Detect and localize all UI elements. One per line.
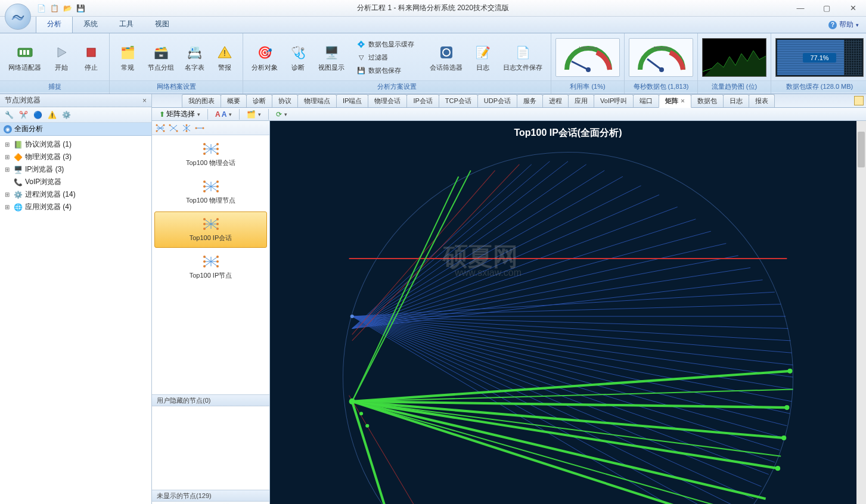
tree-item-physical[interactable]: ⊞🔶物理浏览器 (3) xyxy=(1,151,150,163)
tab-tcp-session[interactable]: TCP会话 xyxy=(439,94,478,107)
tab-mychart[interactable]: 我的图表 xyxy=(182,94,221,107)
tab-options-button[interactable] xyxy=(854,96,864,105)
tab-udp-session[interactable]: UDP会话 xyxy=(477,94,517,107)
mp-tb-2[interactable] xyxy=(169,123,178,133)
packet-save-button[interactable]: 💾数据包保存 xyxy=(353,65,418,77)
svg-line-100 xyxy=(352,244,727,329)
new-icon[interactable]: 📄 xyxy=(36,3,46,14)
tab-report[interactable]: 报表 xyxy=(749,94,775,107)
matrix-item-ip-node[interactable]: Top100 IP节点 xyxy=(154,249,267,285)
ribbon-group-utilization: Utilization 利用率 (1%) xyxy=(551,33,625,94)
trend-chart xyxy=(702,38,766,77)
tab-packets[interactable]: 数据包 xyxy=(691,94,724,107)
tab-voip[interactable]: VoIP呼叫 xyxy=(594,94,634,107)
mp-tb-3[interactable] xyxy=(182,123,191,133)
tb-icon-4[interactable]: ⚠️ xyxy=(46,110,57,120)
notshown-nodes-header[interactable]: 未显示的节点(129) xyxy=(152,490,269,502)
minimize-button[interactable]: — xyxy=(787,1,814,15)
svg-point-26 xyxy=(176,130,178,132)
sidebar-close-icon[interactable]: × xyxy=(142,97,147,105)
name-table-button[interactable]: 📇名字表 xyxy=(180,41,209,74)
matrix-item-ip-session[interactable]: Top100 IP会话 xyxy=(154,211,267,248)
mp-tb-1[interactable] xyxy=(156,123,165,133)
viz-scrollbar[interactable] xyxy=(856,121,866,504)
matrix-item-phys-session[interactable]: Top100 物理会话 xyxy=(154,136,267,173)
matrix-item-phys-node[interactable]: Top100 物理节点 xyxy=(154,174,267,210)
refresh-dropdown[interactable]: ⟳ xyxy=(274,109,290,120)
open-icon[interactable]: 📂 xyxy=(62,3,73,14)
tb-icon-1[interactable]: 🔧 xyxy=(4,110,14,120)
analysis-target-button[interactable]: 🎯分析对象 xyxy=(247,41,283,74)
save-packet-icon: 💾 xyxy=(356,66,366,76)
svg-point-53 xyxy=(203,185,206,188)
svg-point-39 xyxy=(203,143,206,145)
tab-service[interactable]: 服务 xyxy=(517,94,543,107)
tab-diagnosis[interactable]: 诊断 xyxy=(246,94,272,107)
view-display-button[interactable]: 🖥️视图显示 xyxy=(314,41,349,74)
tab-phys-session[interactable]: 物理会话 xyxy=(368,94,407,107)
menu-tab-view[interactable]: 视图 xyxy=(144,15,180,33)
svg-line-83 xyxy=(352,316,793,377)
alarm-button[interactable]: !警报 xyxy=(210,41,239,74)
svg-line-120 xyxy=(352,402,766,499)
tb-icon-3[interactable]: 🔵 xyxy=(32,110,43,120)
log-save-button[interactable]: 📄日志文件保存 xyxy=(498,41,547,74)
svg-point-43 xyxy=(203,148,206,150)
adapter-button[interactable]: 网络适配器 xyxy=(4,41,46,74)
tab-ip-endpoint[interactable]: IP端点 xyxy=(336,94,368,107)
help-button[interactable]: ? 帮助 ▾ xyxy=(828,20,859,33)
new-doc-icon[interactable]: 📋 xyxy=(49,3,60,14)
menu-tab-analysis[interactable]: 分析 xyxy=(36,15,73,33)
mp-tb-4[interactable] xyxy=(195,123,204,133)
play-icon xyxy=(52,43,71,62)
tree-item-protocol[interactable]: ⊞📗协议浏览器 (1) xyxy=(1,138,150,151)
svg-line-76 xyxy=(352,292,775,316)
filter-button[interactable]: ▽过滤器 xyxy=(353,52,418,64)
tab-port[interactable]: 端口 xyxy=(633,94,659,107)
tree-item-app[interactable]: ⊞🌐应用浏览器 (4) xyxy=(1,201,150,213)
start-button[interactable]: 开始 xyxy=(47,41,76,74)
menu-tab-system[interactable]: 系统 xyxy=(73,15,108,33)
menu-tab-tools[interactable]: 工具 xyxy=(108,15,144,33)
tree-item-ip[interactable]: ⊞🖥️IP浏览器 (3) xyxy=(1,163,150,176)
tree-item-voip[interactable]: 📞VoIP浏览器 xyxy=(1,176,150,188)
svg-point-135 xyxy=(365,424,369,428)
tree-item-process[interactable]: ⊞⚙️进程浏览器 (14) xyxy=(1,188,150,201)
svg-point-72 xyxy=(216,265,219,267)
hidden-nodes-header[interactable]: 用户隐藏的节点(0) xyxy=(152,394,269,406)
node-group-button[interactable]: 🗃️节点分组 xyxy=(143,41,179,74)
matrix-select-dropdown[interactable]: ⬆ 矩阵选择 xyxy=(157,108,203,120)
session-filter-button[interactable]: 会话筛选器 xyxy=(425,41,467,74)
font-dropdown[interactable]: AA xyxy=(213,109,234,120)
ribbon-group-trend: 流量趋势图 (位) xyxy=(698,33,771,94)
tb-icon-2[interactable]: ✂️ xyxy=(18,110,29,120)
svg-point-73 xyxy=(203,260,206,263)
general-button[interactable]: 🗂️常规 xyxy=(113,41,142,74)
tab-summary[interactable]: 概要 xyxy=(221,94,247,107)
save-icon[interactable]: 💾 xyxy=(75,3,86,14)
packet-buffer-button[interactable]: 💠数据包显示缓存 xyxy=(353,39,418,51)
matrix-visualization[interactable]: Top100 IP会话(全面分析) 硕夏网 www.sxiaw.com xyxy=(270,121,866,504)
svg-line-85 xyxy=(352,316,792,402)
tab-app[interactable]: 应用 xyxy=(568,94,594,107)
settings-dropdown[interactable]: 🗂️ xyxy=(244,109,263,120)
stop-button[interactable]: 停止 xyxy=(77,41,105,74)
tab-phys-endpoint[interactable]: 物理端点 xyxy=(297,94,337,107)
close-button[interactable]: ✕ xyxy=(840,1,866,15)
tb-icon-5[interactable]: ⚙️ xyxy=(61,110,72,120)
matrix-panel: Top100 物理会话 Top100 物理节点 Top100 IP会话 Top1… xyxy=(152,121,270,504)
tab-ip-session[interactable]: IP会话 xyxy=(406,94,439,107)
tab-log[interactable]: 日志 xyxy=(723,94,749,107)
log-icon: 📝 xyxy=(473,43,492,62)
tab-process[interactable]: 进程 xyxy=(542,94,569,107)
svg-point-61 xyxy=(203,228,206,230)
log-button[interactable]: 📝日志 xyxy=(468,41,497,74)
app-logo[interactable] xyxy=(5,4,31,30)
diagnosis-button[interactable]: 🩺诊断 xyxy=(284,41,312,74)
sidebar-filter[interactable]: ◉ 全面分析 xyxy=(0,123,151,136)
maximize-button[interactable]: ▢ xyxy=(814,1,840,15)
svg-point-44 xyxy=(216,148,219,150)
tab-close-icon[interactable]: × xyxy=(681,97,684,104)
tab-matrix[interactable]: 矩阵× xyxy=(659,94,691,108)
tab-protocol[interactable]: 协议 xyxy=(272,94,298,107)
